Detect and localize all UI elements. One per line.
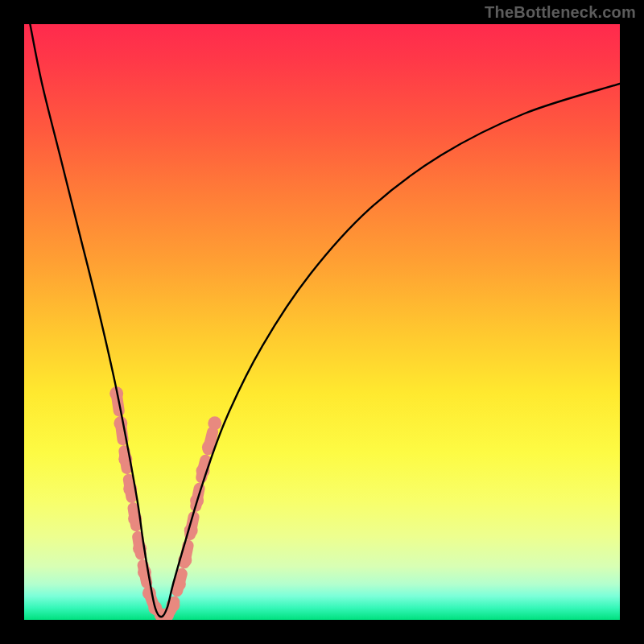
salmon-band-dot [208, 416, 221, 430]
salmon-band-dot [114, 416, 127, 430]
chart-frame: TheBottleneck.com [0, 0, 644, 644]
bottleneck-curve-path [30, 24, 620, 617]
plot-area [24, 24, 620, 620]
salmon-band-group [109, 386, 221, 620]
chart-svg [24, 24, 620, 620]
salmon-band-dot [142, 586, 156, 600]
watermark-text: TheBottleneck.com [485, 3, 636, 22]
